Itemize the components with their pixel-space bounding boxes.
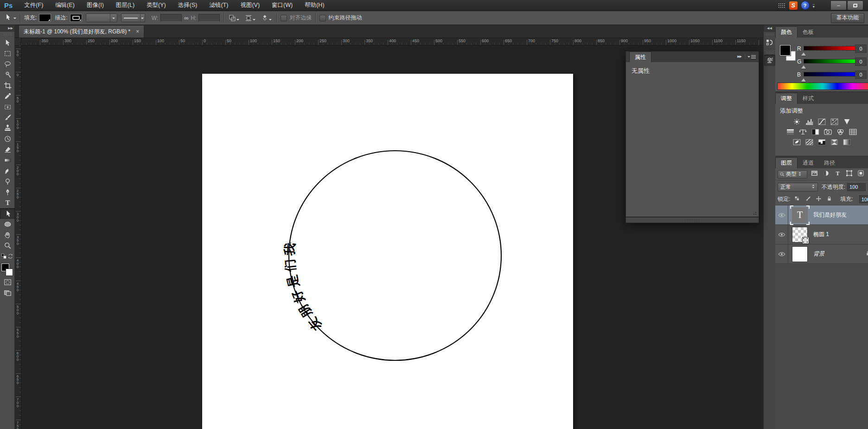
- smudge-tool[interactable]: [0, 166, 15, 176]
- workspace-switcher-button[interactable]: 基本功能: [831, 13, 864, 23]
- swap-colors-icon[interactable]: [7, 253, 13, 261]
- smart-object-filter-icon[interactable]: [857, 170, 864, 179]
- quick-mask-button[interactable]: [0, 277, 15, 288]
- menu-item-滤镜T[interactable]: 滤镜(T): [203, 0, 234, 11]
- adjustment-layer-filter-icon[interactable]: [823, 170, 830, 179]
- tab-properties[interactable]: 属性: [629, 51, 651, 62]
- properties-panel-header[interactable]: 属性 ▶▶: [625, 51, 759, 62]
- document-canvas[interactable]: 我们是好朋友×: [202, 74, 573, 429]
- channel-slider-track[interactable]: [804, 59, 856, 64]
- panel-grip[interactable]: [766, 33, 774, 36]
- path-selection-tool[interactable]: [0, 208, 15, 219]
- properties-panel-footer[interactable]: [625, 217, 759, 223]
- path-operations-button[interactable]: [228, 13, 240, 23]
- menu-item-类型Y[interactable]: 类型(Y): [140, 0, 172, 11]
- menu-item-窗口W[interactable]: 窗口(W): [266, 0, 299, 11]
- fill-value[interactable]: 100: [859, 195, 868, 203]
- filter-kind-dropdown[interactable]: 类型: [778, 170, 807, 179]
- crop-tool[interactable]: [0, 80, 15, 91]
- gradient-map-icon[interactable]: [842, 139, 851, 146]
- stroke-width-dropdown[interactable]: [86, 13, 117, 22]
- rectangular-marquee-tool[interactable]: [0, 48, 15, 59]
- menu-item-选择S[interactable]: 选择(S): [172, 0, 204, 11]
- gradient-tool[interactable]: [0, 155, 15, 166]
- curves-icon[interactable]: [817, 118, 826, 125]
- panel-menu-icon[interactable]: [747, 55, 756, 59]
- ruler-origin-corner[interactable]: [15, 38, 21, 45]
- ellipse-path[interactable]: [289, 151, 501, 360]
- type-tool[interactable]: T: [0, 198, 15, 208]
- lock-paint-icon[interactable]: [805, 195, 811, 204]
- channel-mixer-icon[interactable]: [836, 128, 845, 135]
- launcher-badge-icon[interactable]: S: [789, 1, 798, 10]
- spot-healing-brush-tool[interactable]: [0, 102, 15, 112]
- channel-value[interactable]: 0: [855, 45, 867, 53]
- color-spectrum-ramp[interactable]: [777, 83, 868, 90]
- shape-layer-filter-icon[interactable]: [846, 170, 853, 179]
- tray-expander[interactable]: –▾: [813, 3, 815, 8]
- menu-item-帮助H[interactable]: 帮助(H): [299, 0, 330, 11]
- link-dimensions-icon[interactable]: ∞: [184, 14, 188, 21]
- channel-value[interactable]: 0: [855, 70, 867, 79]
- lasso-tool[interactable]: [0, 59, 15, 70]
- black-white-icon[interactable]: [811, 128, 820, 135]
- constrain-path-checkbox[interactable]: [319, 15, 326, 21]
- height-input[interactable]: [198, 14, 220, 22]
- exposure-icon[interactable]: [830, 118, 839, 125]
- tool-preset[interactable]: [4, 13, 16, 22]
- pen-tool[interactable]: [0, 187, 15, 198]
- layer-thumbnail-shape[interactable]: [792, 227, 808, 243]
- tab-路径[interactable]: 路径: [819, 158, 840, 168]
- tab-色板[interactable]: 色板: [798, 27, 819, 38]
- tab-调整[interactable]: 调整: [775, 93, 798, 104]
- dodge-tool[interactable]: [0, 176, 15, 187]
- posterize-icon[interactable]: [804, 139, 814, 146]
- align-edges-checkbox[interactable]: [281, 15, 287, 21]
- layer-row-我们是好朋友[interactable]: T我们是好朋友: [775, 205, 868, 225]
- menu-item-视图V[interactable]: 视图(V): [234, 0, 266, 11]
- blend-mode-dropdown[interactable]: 正常: [778, 183, 818, 192]
- brightness-contrast-icon[interactable]: [792, 118, 801, 125]
- vibrance-icon[interactable]: [842, 118, 851, 125]
- path-text-char[interactable]: 是: [285, 274, 301, 289]
- tab-样式[interactable]: 样式: [798, 93, 819, 104]
- default-colors-icon[interactable]: [1, 253, 7, 261]
- quick-selection-tool[interactable]: [0, 70, 15, 80]
- clone-stamp-tool[interactable]: [0, 123, 15, 134]
- threshold-icon[interactable]: [817, 139, 826, 146]
- hand-tool[interactable]: [0, 230, 15, 240]
- pixel-layer-filter-icon[interactable]: [811, 170, 818, 179]
- minimize-button[interactable]: –: [830, 0, 847, 10]
- lock-all-icon[interactable]: [826, 195, 832, 204]
- selective-color-icon[interactable]: [830, 139, 839, 146]
- eyedropper-tool[interactable]: [0, 91, 15, 102]
- tab-图层[interactable]: 图层: [775, 157, 798, 168]
- invert-icon[interactable]: [792, 139, 801, 146]
- visibility-toggle[interactable]: [775, 225, 788, 244]
- background-color-swatch[interactable]: [6, 269, 13, 276]
- properties-panel-button[interactable]: [764, 55, 775, 66]
- opacity-value[interactable]: 100: [847, 183, 866, 191]
- layer-row-背景[interactable]: 背景: [775, 244, 868, 264]
- channel-value[interactable]: 0: [855, 58, 867, 66]
- dropdown-button[interactable]: [140, 14, 145, 22]
- color-balance-icon[interactable]: [798, 128, 808, 135]
- screen-mode-button[interactable]: [0, 288, 15, 298]
- menu-item-图像I[interactable]: 图像(I): [81, 0, 110, 11]
- dropdown-button[interactable]: [110, 14, 117, 22]
- grip-dots-icon[interactable]: [778, 3, 786, 8]
- lock-transparency-icon[interactable]: [794, 195, 800, 204]
- dock-collapse-header[interactable]: ◀◀: [764, 25, 775, 32]
- zoom-tool[interactable]: [0, 240, 15, 251]
- channel-slider-thumb[interactable]: [801, 50, 806, 56]
- menu-item-编辑E[interactable]: 编辑(E): [49, 0, 81, 11]
- tools-collapse-header[interactable]: ▶▶: [0, 25, 14, 32]
- foreground-color-swatch[interactable]: [780, 45, 791, 56]
- ellipse-tool[interactable]: [0, 219, 15, 230]
- lock-position-icon[interactable]: [816, 195, 822, 204]
- eraser-tool[interactable]: [0, 144, 15, 155]
- tab-颜色[interactable]: 颜色: [775, 26, 798, 38]
- history-brush-tool[interactable]: [0, 134, 15, 144]
- path-text-char[interactable]: 们: [283, 258, 298, 273]
- foreground-background-swatches[interactable]: [1, 263, 13, 276]
